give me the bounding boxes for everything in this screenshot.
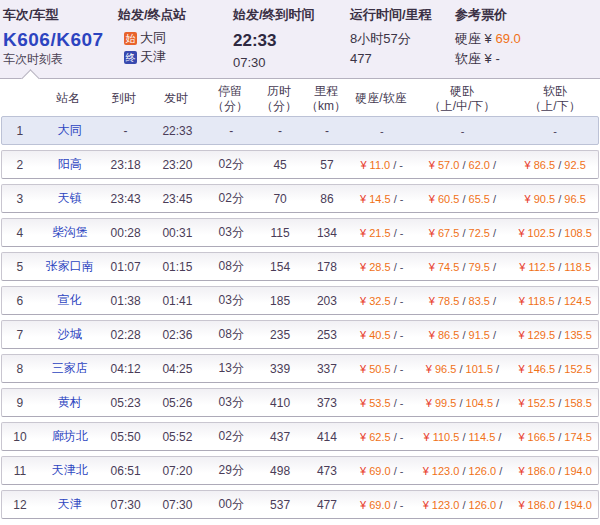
col-label-duration-distance: 运行时间/里程 — [350, 6, 455, 28]
elapsed-minutes: - — [257, 124, 303, 138]
origin-station: 大同 — [140, 29, 166, 47]
seat-fare: ¥ 40.5 / - — [351, 329, 413, 341]
station-link[interactable]: 廊坊北 — [38, 428, 102, 445]
distance-km: 134 — [303, 226, 351, 240]
station-link[interactable]: 柴沟堡 — [38, 224, 102, 241]
col-label-reference-fare: 参考票价 — [455, 6, 600, 28]
tab-train-timetable[interactable]: 车次时刻表 — [3, 51, 118, 67]
stop-minutes: 02分 — [205, 156, 257, 173]
table-row: 11天津北06:5107:2029分498473¥ 69.0 / -¥ 123.… — [1, 456, 599, 485]
arrive-time: 06:51 — [102, 464, 150, 478]
soft-sleeper-fare: ¥ 118.5 / 124.5 — [512, 295, 598, 307]
depart-time: 01:15 — [150, 260, 206, 274]
arrive-time: 07:30 — [102, 498, 150, 512]
table-row: 7沙城02:2802:3608分235253¥ 40.5 / -¥ 86.5 /… — [1, 320, 599, 349]
arrive-time: 01:07 — [102, 260, 150, 274]
seat-fare: ¥ 69.0 / - — [351, 499, 413, 511]
departure-time: 22:33 — [233, 30, 350, 52]
timetable-col-header: 站名 — [36, 91, 100, 106]
distance-km: 57 — [303, 158, 351, 172]
station-link[interactable]: 天镇 — [38, 190, 102, 207]
station-link[interactable]: 天津北 — [38, 462, 102, 479]
seat-fare: ¥ 69.0 / - — [351, 465, 413, 477]
elapsed-minutes: 185 — [257, 294, 303, 308]
seat-fare: ¥ 53.5 / - — [351, 397, 413, 409]
depart-time: 23:20 — [150, 158, 206, 172]
timetable-col-header: 历时（分） — [256, 84, 302, 114]
soft-sleeper-fare: ¥ 102.5 / 108.5 — [512, 227, 598, 239]
hard-sleeper-fare: ¥ 96.5 / 101.5 / — [413, 363, 513, 375]
depart-time: 04:25 — [150, 362, 206, 376]
arrive-time: 05:23 — [102, 396, 150, 410]
row-number: 4 — [2, 226, 38, 240]
table-row: 8三家店04:1204:2513分339337¥ 50.5 / -¥ 96.5 … — [1, 354, 599, 383]
col-label-train-type: 车次/车型 — [0, 6, 118, 28]
seat-fare: ¥ 14.5 / - — [351, 193, 413, 205]
row-number: 6 — [2, 294, 38, 308]
hard-sleeper-fare: ¥ 78.5 / 83.5 / — [413, 295, 513, 307]
stop-minutes: 03分 — [205, 292, 257, 309]
run-duration: 8小时57分 — [350, 29, 455, 48]
stop-minutes: 00分 — [205, 496, 257, 513]
col-label-times: 始发/终到时间 — [233, 6, 350, 28]
elapsed-minutes: 410 — [257, 396, 303, 410]
hard-sleeper-fare: ¥ 123.0 / 126.0 / — [413, 465, 513, 477]
col-label-origin-dest: 始发/终点站 — [118, 6, 233, 28]
soft-sleeper-fare: ¥ 86.5 / 92.5 — [512, 159, 598, 171]
arrive-time: 00:28 — [102, 226, 150, 240]
station-link[interactable]: 阳高 — [38, 156, 102, 173]
station-link[interactable]: 黄村 — [38, 394, 102, 411]
hard-sleeper-fare: ¥ 67.5 / 72.5 / — [413, 227, 513, 239]
soft-seat-fare: 软座 ¥ - — [455, 49, 600, 68]
seat-fare: ¥ 50.5 / - — [351, 363, 413, 375]
row-number: 8 — [2, 362, 38, 376]
destination-badge-icon: 终 — [124, 51, 137, 64]
seat-fare: ¥ 11.0 / - — [351, 159, 413, 171]
station-link[interactable]: 三家店 — [38, 360, 102, 377]
soft-sleeper-fare: ¥ 146.5 / 152.5 — [512, 363, 598, 375]
hard-sleeper-fare: ¥ 60.5 / 65.5 / — [413, 193, 513, 205]
stop-minutes: - — [205, 124, 257, 138]
arrive-time: 02:28 — [102, 328, 150, 342]
hard-sleeper-fare: ¥ 123.0 / 126.0 / — [413, 499, 513, 511]
stop-minutes: 02分 — [205, 190, 257, 207]
summary-values-row: K606/K607 车次时刻表 始 大同 终 天津 22:33 07:30 8小… — [0, 28, 600, 78]
depart-time: 05:52 — [150, 430, 206, 444]
distance-km: 414 — [303, 430, 351, 444]
stop-minutes: 02分 — [205, 428, 257, 445]
row-number: 3 — [2, 192, 38, 206]
hard-sleeper-fare: ¥ 57.0 / 62.0 / — [413, 159, 513, 171]
hard-sleeper-fare: ¥ 86.5 / 91.5 / — [413, 329, 513, 341]
elapsed-minutes: 339 — [257, 362, 303, 376]
train-timetable-page: 车次/车型 始发/终点站 始发/终到时间 运行时间/里程 参考票价 K606/K… — [0, 0, 600, 525]
row-number: 1 — [2, 124, 38, 138]
elapsed-minutes: 537 — [257, 498, 303, 512]
station-link[interactable]: 张家口南 — [38, 258, 102, 275]
distance-km: 253 — [303, 328, 351, 342]
timetable-col-header: 到时 — [100, 91, 148, 106]
depart-time: 07:30 — [150, 498, 206, 512]
station-link[interactable]: 天津 — [38, 496, 102, 513]
distance-km: 86 — [303, 192, 351, 206]
arrive-time: 01:38 — [102, 294, 150, 308]
station-link[interactable]: 沙城 — [38, 326, 102, 343]
row-number: 7 — [2, 328, 38, 342]
distance-km: 203 — [303, 294, 351, 308]
table-row: 2阳高23:1823:2002分4557¥ 11.0 / -¥ 57.0 / 6… — [1, 150, 599, 179]
hard-sleeper-fare: ¥ 74.5 / 79.5 / — [413, 261, 513, 273]
arrive-time: - — [102, 124, 150, 138]
station-link[interactable]: 大同 — [38, 122, 102, 139]
elapsed-minutes: 70 — [257, 192, 303, 206]
table-row: 10廊坊北05:5005:5202分437414¥ 62.5 / -¥ 110.… — [1, 422, 599, 451]
depart-time: 01:41 — [150, 294, 206, 308]
soft-sleeper-fare: - — [512, 125, 598, 137]
hard-seat-fare-label: 硬座 ¥ — [455, 31, 492, 46]
row-number: 2 — [2, 158, 38, 172]
arrival-time: 07:30 — [233, 54, 350, 72]
seat-fare: ¥ 62.5 / - — [351, 431, 413, 443]
station-link[interactable]: 宣化 — [38, 292, 102, 309]
table-row: 1大同-22:33------ — [1, 116, 599, 145]
table-row: 5张家口南01:0701:1508分154178¥ 28.5 / -¥ 74.5… — [1, 252, 599, 281]
destination-station: 天津 — [140, 48, 166, 66]
table-row: 9黄村05:2305:2603分410373¥ 53.5 / -¥ 99.5 /… — [1, 388, 599, 417]
